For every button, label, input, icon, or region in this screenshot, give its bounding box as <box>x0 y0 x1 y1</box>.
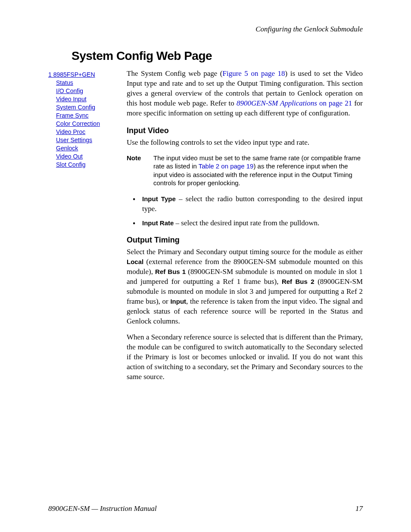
nav-status[interactable]: Status <box>56 79 127 87</box>
nav-slot-config[interactable]: Slot Config <box>56 161 127 169</box>
nav-video-input[interactable]: Video Input <box>56 95 127 103</box>
nav-video-out[interactable]: Video Out <box>56 152 127 161</box>
bullet-input-rate: Input Rate – select the desired input ra… <box>127 218 363 228</box>
output-timing-p2: When a Secondary reference source is sel… <box>127 333 363 382</box>
xref-figure-5[interactable]: Figure 5 on page 18 <box>222 69 285 78</box>
nav-video-proc[interactable]: Video Proc <box>56 128 127 136</box>
nav-user-settings[interactable]: User Settings <box>56 136 127 144</box>
page-footer: 8900GEN-SM — Instruction Manual 17 <box>48 504 363 513</box>
nav-frame-sync[interactable]: Frame Sync <box>56 112 127 120</box>
bullet-input-type: Input Type – select the radio button cor… <box>127 194 363 214</box>
note-label: Note <box>127 154 153 187</box>
footer-doc-title: 8900GEN-SM — Instruction Manual <box>48 504 157 513</box>
main-content: The System Config web page (Figure 5 on … <box>127 69 363 388</box>
bullet-label: Input Rate <box>142 219 174 227</box>
running-head: Configuring the Genlock Submodule <box>48 25 363 34</box>
xref-table-2[interactable]: Table 2 on page 19 <box>199 162 254 170</box>
input-video-lead: Use the following controls to set the vi… <box>127 138 363 148</box>
note-text: The input video must be set to the same … <box>153 154 363 187</box>
ot-p1-a: Select the Primary and Secondary output … <box>127 248 363 256</box>
nav-root[interactable]: 1 8985FSP+GEN <box>48 71 127 79</box>
nav-color-correction[interactable]: Color Correction <box>56 120 127 128</box>
note-block: Note The input video must be set to the … <box>127 154 363 187</box>
footer-page-number: 17 <box>355 504 363 513</box>
xref-applications[interactable]: 8900GEN-SM Applications <box>237 99 317 107</box>
nav-io-config[interactable]: I/O Config <box>56 87 127 95</box>
nav-system-config[interactable]: System Config <box>56 103 127 112</box>
input-video-bullets: Input Type – select the radio button cor… <box>127 194 363 228</box>
bullet-text: – select the desired input rate from the… <box>174 219 319 227</box>
term-ref-bus-2: Ref Bus 2 <box>282 278 314 285</box>
bullet-text: – select the radio button corresponding … <box>142 195 363 213</box>
sidebar-nav: 1 8985FSP+GEN Status I/O Config Video In… <box>48 69 127 169</box>
heading-input-video: Input Video <box>127 126 363 135</box>
xref-applications-page[interactable]: on page 21 <box>317 99 352 107</box>
section-title: System Config Web Page <box>72 49 363 63</box>
intro-paragraph: The System Config web page (Figure 5 on … <box>127 69 363 118</box>
term-ref-bus-1: Ref Bus 1 <box>155 268 186 275</box>
intro-pre: The System Config web page ( <box>127 69 222 78</box>
output-timing-p1: Select the Primary and Secondary output … <box>127 247 363 327</box>
nav-genlock[interactable]: Genlock <box>56 144 127 152</box>
term-local: Local <box>127 258 143 265</box>
term-input: Input <box>170 298 186 305</box>
bullet-label: Input Type <box>142 195 176 202</box>
heading-output-timing: Output Timing <box>127 236 363 245</box>
